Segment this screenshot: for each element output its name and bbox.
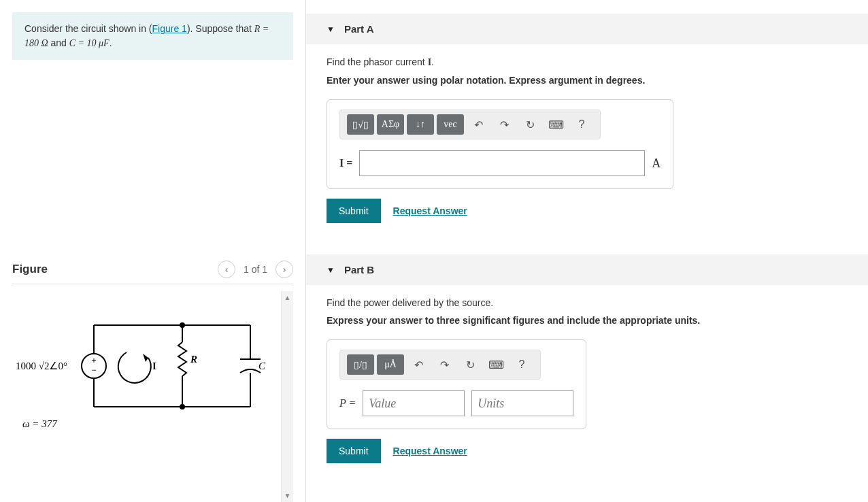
part-b-header[interactable]: ▼ Part B <box>306 254 868 285</box>
problem-text-1: Consider the circuit shown in ( <box>24 23 152 34</box>
fraction-button[interactable]: ▯/▯ <box>347 354 374 375</box>
svg-text:−: − <box>91 365 96 375</box>
part-a-header[interactable]: ▼ Part A <box>306 14 868 44</box>
source-label: 1000 √2∠0° <box>16 361 67 371</box>
problem-statement: Consider the circuit shown in (Figure 1)… <box>12 12 293 60</box>
part-b-instruction: Express your answer to three significant… <box>327 315 848 326</box>
figure-next-button[interactable]: › <box>276 261 293 278</box>
part-b-units-input[interactable] <box>471 390 573 416</box>
omega-label: ω = 377 <box>22 418 58 429</box>
figure-link[interactable]: Figure 1 <box>152 23 187 34</box>
figure-nav: ‹ 1 of 1 › <box>218 261 293 278</box>
svg-marker-16 <box>143 354 148 362</box>
keyboard-button[interactable]: ⌨ <box>544 114 567 135</box>
figure-prev-button[interactable]: ‹ <box>218 261 235 278</box>
part-a-submit-button[interactable]: Submit <box>327 199 381 223</box>
c-expr: C = 10 μF <box>69 38 110 48</box>
reset-button[interactable]: ↻ <box>458 354 482 375</box>
part-a-answer-input[interactable] <box>359 150 645 176</box>
part-a-instruction: Enter your answer using polar notation. … <box>327 75 848 86</box>
reset-button[interactable]: ↻ <box>518 114 541 135</box>
part-b-lhs: P = <box>339 397 356 409</box>
part-a: ▼ Part A Find the phasor current I. Ente… <box>306 14 868 241</box>
circuit-diagram: + − <box>12 291 281 502</box>
part-a-toolbar: ▯√▯ ΑΣφ ↓↑ vec ↶ ↷ ↻ ⌨ ? <box>339 110 601 139</box>
figure-header: Figure ‹ 1 of 1 › <box>12 261 293 284</box>
templates-button[interactable]: ▯√▯ <box>347 114 374 135</box>
part-a-title: Part A <box>344 23 374 35</box>
part-a-request-answer-link[interactable]: Request Answer <box>393 205 467 216</box>
redo-button[interactable]: ↷ <box>493 114 516 135</box>
problem-text-2: ). Suppose that <box>187 23 254 34</box>
part-b-prompt: Find the power delivered by the source. <box>327 297 848 308</box>
part-b-toolbar: ▯/▯ μÅ ↶ ↷ ↻ ⌨ ? <box>339 350 541 380</box>
scroll-up-icon[interactable]: ▲ <box>284 291 291 304</box>
vec-button[interactable]: vec <box>437 114 464 135</box>
help-button[interactable]: ? <box>510 354 533 375</box>
figure-section: Figure ‹ 1 of 1 › <box>0 261 305 502</box>
part-b-value-input[interactable] <box>363 390 465 416</box>
svg-text:+: + <box>91 356 96 365</box>
units-button[interactable]: μÅ <box>377 354 404 375</box>
part-a-unit: A <box>652 156 661 171</box>
part-b-title: Part B <box>344 264 374 275</box>
left-panel: Consider the circuit shown in (Figure 1)… <box>0 0 306 502</box>
part-b-answer-box: ▯/▯ μÅ ↶ ↷ ↻ ⌨ ? P = <box>327 339 586 429</box>
figure-scrollbar[interactable]: ▲ ▼ <box>281 291 293 502</box>
svg-point-15 <box>180 404 185 409</box>
part-b-request-answer-link[interactable]: Request Answer <box>393 446 467 456</box>
help-button[interactable]: ? <box>570 114 593 135</box>
keyboard-button[interactable]: ⌨ <box>484 354 507 375</box>
period: . <box>110 37 112 48</box>
undo-button[interactable]: ↶ <box>467 114 490 135</box>
figure-title: Figure <box>12 263 48 276</box>
r-label: R <box>190 354 197 365</box>
i-label: I <box>152 361 156 371</box>
svg-point-14 <box>180 322 185 328</box>
figure-counter: 1 of 1 <box>244 264 267 275</box>
undo-button[interactable]: ↶ <box>407 354 430 375</box>
greek-button[interactable]: ΑΣφ <box>377 114 404 135</box>
part-b-submit-button[interactable]: Submit <box>327 439 381 463</box>
caret-down-icon: ▼ <box>327 24 335 34</box>
supersub-button[interactable]: ↓↑ <box>407 114 434 135</box>
c-label: C <box>258 361 266 371</box>
part-b: ▼ Part B Find the power delivered by the… <box>306 254 868 481</box>
right-panel: ▼ Part A Find the phasor current I. Ente… <box>306 0 868 502</box>
caret-down-icon: ▼ <box>327 265 335 275</box>
and-text: and <box>48 37 69 48</box>
part-a-answer-box: ▯√▯ ΑΣφ ↓↑ vec ↶ ↷ ↻ ⌨ ? I = A <box>327 99 673 189</box>
part-a-prompt: Find the phasor current I. <box>327 56 848 68</box>
part-a-lhs: I = <box>339 157 352 169</box>
scroll-down-icon[interactable]: ▼ <box>284 489 291 502</box>
redo-button[interactable]: ↷ <box>433 354 456 375</box>
